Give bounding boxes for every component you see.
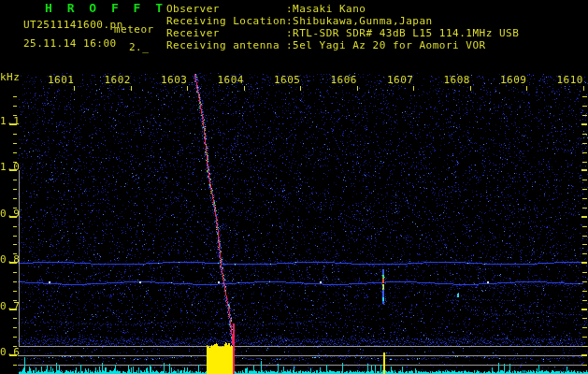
freq-tick-label: 0.9 [0, 209, 20, 220]
app-title: H R O F F T [45, 3, 166, 14]
freq-tick-label: 1.1 [0, 116, 20, 127]
time-tick-label: 1606 [331, 75, 357, 86]
info-label: Observer [166, 4, 220, 15]
time-tick-label: 1610 [557, 75, 583, 86]
time-tick-label: 1605 [274, 75, 300, 86]
info-label: Receiver [166, 28, 220, 39]
info-label: Receiving Location [166, 16, 286, 27]
info-label: Receiving antenna [166, 40, 280, 51]
freq-tick-label: 0.8 [0, 254, 20, 266]
time-tick-label: 1604 [218, 75, 244, 86]
freq-tick-label: 1.0 [0, 162, 20, 173]
info-value: :5el Yagi Az 20 for Aomori VOR [286, 40, 486, 51]
info-value: :Shibukawa,Gunma,Japan [286, 16, 433, 27]
time-tick-label: 1601 [48, 75, 74, 86]
info-value: :Masaki Kano [286, 4, 366, 15]
time-tick-label: 1607 [387, 75, 413, 86]
datetime-label: 25.11.14 16:00 [23, 38, 117, 50]
freq-tick-label: 0.7 [0, 301, 20, 312]
file-name: UT2511141600.pn [23, 20, 123, 31]
info-value: :RTL-SDR SDR# 43dB L15 114.1MHz USB [286, 28, 519, 39]
echo-count: 2._ [129, 42, 149, 53]
spectrogram-canvas [0, 0, 588, 374]
station-name: meteor [114, 24, 154, 36]
time-tick-label: 1603 [161, 75, 187, 86]
freq-axis-unit: kHz [0, 72, 20, 83]
time-tick-label: 1602 [105, 75, 131, 86]
time-tick-label: 1608 [444, 75, 470, 86]
freq-tick-label: 0.6 [0, 347, 20, 358]
hrofft-screen: H R O F F T UT2511141600.pn meteor 25.11… [0, 0, 588, 374]
time-tick-label: 1609 [500, 75, 526, 86]
